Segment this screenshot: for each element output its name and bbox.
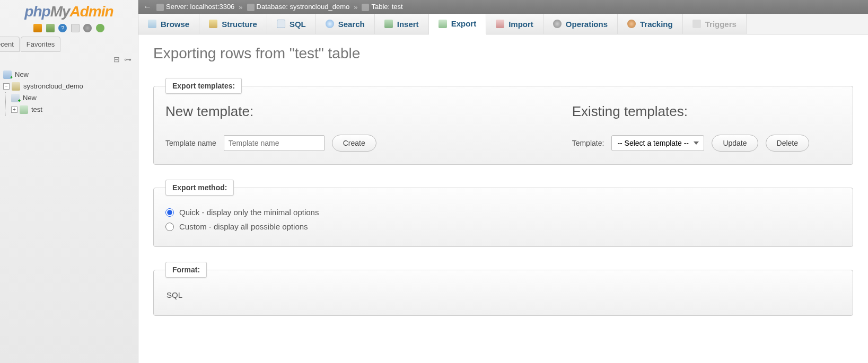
import-icon xyxy=(496,20,504,28)
sidebar-toolbar: ? xyxy=(0,21,138,37)
tab-label: Tracking xyxy=(640,20,673,29)
tab-label: Import xyxy=(508,20,533,29)
operations-icon xyxy=(553,20,562,28)
tab-operations[interactable]: Operations xyxy=(543,14,618,34)
server-icon xyxy=(156,4,164,11)
tree-database[interactable]: − systroncloud_demo xyxy=(0,81,138,92)
existing-template-heading: Existing templates: xyxy=(572,103,809,120)
template-select-wrap: -- Select a template -- xyxy=(611,135,704,151)
method-custom-label: Custom - display all possible options xyxy=(179,222,308,231)
expander-icon[interactable]: − xyxy=(3,83,10,90)
breadcrumb-link[interactable]: Table: test xyxy=(371,3,402,11)
table-icon xyxy=(20,105,28,114)
template-select[interactable]: -- Select a template -- xyxy=(611,135,704,151)
triggers-icon xyxy=(692,20,701,28)
tree-new-database[interactable]: New xyxy=(0,69,138,81)
export-method-fieldset: Export method: Quick - display only the … xyxy=(153,180,853,247)
tree-label: New xyxy=(15,70,29,78)
logo-part-php: php xyxy=(24,3,50,20)
breadcrumb-server[interactable]: Server: localhost:3306 xyxy=(156,3,234,11)
search-icon xyxy=(326,20,334,28)
table-icon xyxy=(362,4,369,11)
expander-icon[interactable]: + xyxy=(11,107,17,113)
content: Exporting rows from "test" table Export … xyxy=(138,34,868,363)
template-name-label: Template name xyxy=(165,139,216,147)
export-method-legend: Export method: xyxy=(165,180,234,196)
method-quick-radio[interactable] xyxy=(165,208,174,217)
sidebar-tab-recent[interactable]: ecent xyxy=(0,37,20,52)
method-custom-radio[interactable] xyxy=(165,223,174,231)
breadcrumb-table[interactable]: Table: test xyxy=(362,3,402,11)
new-database-icon xyxy=(3,70,12,79)
link-icon[interactable]: ⊶ xyxy=(124,55,131,64)
breadcrumb-link[interactable]: Database: systroncloud_demo xyxy=(257,3,350,11)
database-icon xyxy=(12,82,20,91)
tab-sql[interactable]: SQL xyxy=(267,14,316,34)
collapse-icon[interactable]: ⊟ xyxy=(113,55,120,64)
tab-label: Insert xyxy=(397,20,419,29)
tree-label: New xyxy=(23,94,37,102)
delete-button[interactable]: Delete xyxy=(766,135,809,152)
breadcrumb-link[interactable]: Server: localhost:3306 xyxy=(166,3,234,11)
export-templates-legend: Export templates: xyxy=(165,78,242,94)
database-icon xyxy=(247,4,255,11)
existing-template-col: Existing templates: Template: -- Select … xyxy=(572,103,809,152)
tab-import[interactable]: Import xyxy=(486,14,543,34)
tab-label: Triggers xyxy=(705,20,737,29)
tree-new-table[interactable]: New xyxy=(8,92,138,104)
tracking-icon xyxy=(627,20,636,28)
method-custom-row[interactable]: Custom - display all possible options xyxy=(165,219,841,234)
method-quick-label: Quick - display only the minimal options xyxy=(179,208,319,217)
tab-structure[interactable]: Structure xyxy=(199,14,267,34)
template-select-label: Template: xyxy=(572,139,604,147)
sql-icon xyxy=(277,20,285,28)
tab-label: SQL xyxy=(290,20,306,29)
new-template-col: New template: Template name Create xyxy=(165,103,376,152)
tab-label: Search xyxy=(338,20,365,29)
tab-insert[interactable]: Insert xyxy=(375,14,429,34)
tab-triggers[interactable]: Triggers xyxy=(683,14,747,34)
reload-icon[interactable] xyxy=(96,24,104,32)
new-table-icon xyxy=(11,94,20,102)
breadcrumb-sep: » xyxy=(354,3,357,11)
settings-icon[interactable] xyxy=(83,24,92,32)
method-quick-row[interactable]: Quick - display only the minimal options xyxy=(165,205,841,219)
format-value[interactable]: SQL xyxy=(165,287,841,303)
export-templates-fieldset: Export templates: New template: Template… xyxy=(153,78,853,165)
tab-tracking[interactable]: Tracking xyxy=(618,14,683,34)
tab-browse[interactable]: Browse xyxy=(138,14,199,34)
main: ← Server: localhost:3306 » Database: sys… xyxy=(138,0,868,363)
template-name-input[interactable] xyxy=(224,135,325,151)
back-icon[interactable]: ← xyxy=(143,2,152,12)
tree-label: test xyxy=(31,105,42,113)
tab-label: Browse xyxy=(161,20,189,29)
browse-icon xyxy=(148,20,156,28)
logo[interactable]: phpMyAdmin xyxy=(0,0,138,21)
export-icon xyxy=(439,20,447,28)
update-button[interactable]: Update xyxy=(712,135,758,152)
sidebar: phpMyAdmin ? ecent Favorites ⊟ ⊶ New − xyxy=(0,0,138,363)
logo-part-my: My xyxy=(50,3,70,20)
breadcrumb-sep: » xyxy=(239,3,242,11)
help-icon[interactable]: ? xyxy=(58,24,67,32)
new-template-heading: New template: xyxy=(165,103,376,120)
tab-export[interactable]: Export xyxy=(429,14,487,34)
home-icon[interactable] xyxy=(33,24,42,32)
tab-label: Export xyxy=(451,19,477,28)
main-tabs: Browse Structure SQL Search Insert Expor… xyxy=(138,14,868,34)
sidebar-tab-favorites[interactable]: Favorites xyxy=(21,37,60,52)
logout-icon[interactable] xyxy=(46,24,55,32)
tree-label: systroncloud_demo xyxy=(23,82,83,90)
tree-table-test[interactable]: + test xyxy=(8,104,138,116)
create-button[interactable]: Create xyxy=(332,135,376,152)
tree-collapse-controls: ⊟ ⊶ xyxy=(0,52,138,67)
format-legend: Format: xyxy=(165,262,207,278)
format-fieldset: Format: SQL xyxy=(153,262,853,316)
sql-icon[interactable] xyxy=(71,24,80,32)
page-title: Exporting rows from "test" table xyxy=(153,45,853,62)
tab-search[interactable]: Search xyxy=(316,14,375,34)
structure-icon xyxy=(209,20,217,28)
insert-icon xyxy=(384,20,393,28)
breadcrumb-database[interactable]: Database: systroncloud_demo xyxy=(247,3,350,11)
breadcrumb: ← Server: localhost:3306 » Database: sys… xyxy=(138,0,868,14)
